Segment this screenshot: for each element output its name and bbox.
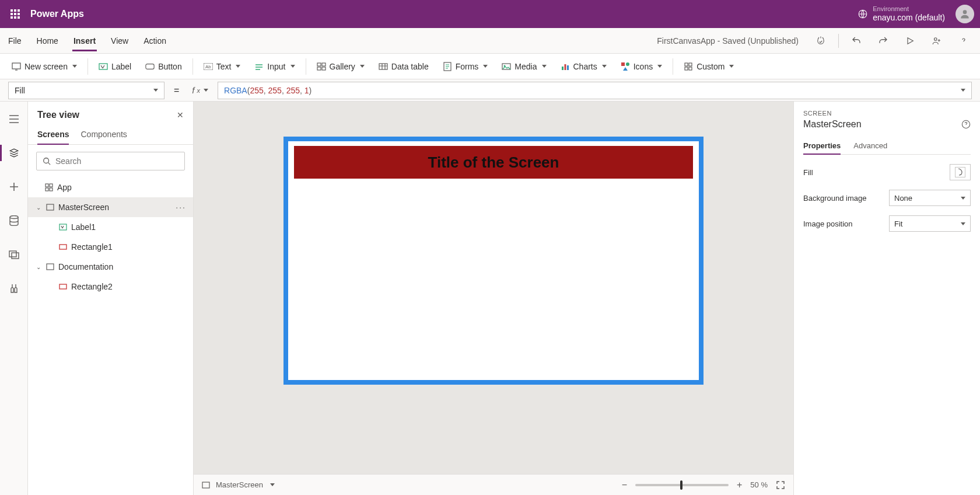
avatar[interactable] [956, 5, 974, 23]
formula-bar: Fill = fx RGBA(255, 255, 255, 1) [0, 79, 980, 102]
object-name: MasterScreen [803, 119, 862, 130]
zoom-slider[interactable] [635, 484, 729, 486]
zoom-in-icon[interactable]: + [737, 480, 742, 490]
property-selector[interactable]: Fill [8, 82, 164, 99]
data-table-button[interactable]: Data table [373, 58, 435, 75]
input-button[interactable]: Input [249, 58, 300, 75]
input-label: Input [267, 62, 285, 71]
tree-item-label1[interactable]: Label1 [28, 217, 193, 237]
svg-point-10 [963, 10, 967, 14]
separator [192, 58, 193, 75]
menu-file[interactable]: File [7, 30, 23, 51]
menu-insert[interactable]: Insert [72, 30, 97, 51]
document-title: FirstCanvasApp - Saved (Unpublished) [657, 36, 799, 46]
new-screen-button[interactable]: New screen [6, 58, 83, 75]
media-button[interactable]: Media [496, 58, 552, 75]
rail-tree-view-icon[interactable] [2, 141, 26, 165]
suite-header: Power Apps Environment enayu.com (defaul… [0, 0, 980, 28]
environment-label: Environment [873, 5, 945, 13]
media-label: Media [514, 62, 537, 71]
tree-view-title: Tree view [37, 110, 79, 120]
formula-input[interactable]: RGBA(255, 255, 255, 1) [218, 82, 972, 99]
svg-rect-26 [564, 64, 566, 70]
title-label[interactable]: Title of the Screen [428, 154, 559, 172]
forms-button[interactable]: Forms [437, 58, 494, 75]
waffle-icon[interactable] [6, 5, 24, 23]
status-screen-name[interactable]: MasterScreen [216, 480, 263, 489]
menu-action[interactable]: Action [142, 30, 167, 51]
environment-picker[interactable]: Environment enayu.com (default) [858, 5, 945, 23]
chevron-down-icon [290, 65, 295, 68]
svg-rect-28 [621, 62, 625, 66]
rail-data-icon[interactable] [2, 209, 26, 232]
fx-label[interactable]: fx [188, 85, 212, 95]
text-button[interactable]: Ab Text [198, 58, 247, 75]
tab-advanced[interactable]: Advanced [853, 138, 887, 154]
bg-image-value: None [894, 194, 912, 203]
tree-item-documentation[interactable]: ⌄ Documentation [28, 257, 193, 277]
charts-icon [561, 62, 570, 71]
fill-color-swatch[interactable] [950, 164, 971, 180]
gallery-button[interactable]: Gallery [311, 58, 370, 75]
rail-tools-icon[interactable] [2, 277, 26, 300]
chevron-down-icon[interactable] [270, 483, 275, 486]
bg-image-select[interactable]: None [889, 190, 971, 206]
separator [673, 58, 673, 75]
caret-icon[interactable]: ⌄ [35, 204, 42, 211]
search-box[interactable] [36, 152, 185, 170]
tab-components[interactable]: Components [80, 125, 127, 144]
tab-properties[interactable]: Properties [803, 138, 841, 155]
tree-item-rectangle2[interactable]: Rectangle2 [28, 277, 193, 297]
app-checker-icon[interactable] [811, 32, 830, 50]
chevron-down-icon [961, 197, 965, 200]
svg-rect-18 [322, 63, 326, 66]
caret-icon[interactable]: ⌄ [35, 264, 42, 270]
rail-media-icon[interactable] [2, 243, 26, 266]
rail-add-icon[interactable] [2, 175, 26, 198]
help-icon[interactable] [961, 120, 971, 129]
menu-view[interactable]: View [110, 30, 130, 51]
fit-to-window-icon[interactable] [776, 480, 785, 490]
redo-icon[interactable] [874, 32, 892, 50]
menu-home[interactable]: Home [36, 30, 60, 51]
left-rail [0, 102, 28, 495]
menu-bar: File Home Insert View Action FirstCanvas… [0, 28, 980, 54]
custom-icon [684, 62, 693, 71]
play-icon[interactable] [901, 32, 919, 50]
tree-item-label: Rectangle1 [71, 242, 113, 252]
icons-icon [621, 62, 630, 71]
gallery-icon [317, 62, 326, 71]
img-position-select[interactable]: Fit [889, 215, 971, 232]
tab-screens[interactable]: Screens [37, 125, 69, 145]
tree-item-rectangle1[interactable]: Rectangle1 [28, 237, 193, 257]
tree-item-label: App [57, 183, 72, 192]
help-icon[interactable] [954, 32, 973, 50]
close-icon[interactable]: ✕ [177, 110, 184, 120]
chevron-down-icon [360, 65, 365, 68]
share-icon[interactable] [928, 32, 946, 50]
svg-rect-14 [146, 64, 154, 69]
text-label: Text [216, 62, 232, 71]
charts-button[interactable]: Charts [555, 58, 612, 75]
svg-text:Ab: Ab [205, 64, 211, 69]
button-button[interactable]: Button [139, 58, 187, 75]
more-icon[interactable]: ··· [176, 203, 186, 212]
svg-rect-17 [317, 63, 321, 66]
rectangle-title-bar[interactable]: Title of the Screen [294, 146, 693, 179]
label-button[interactable]: Label [93, 58, 137, 75]
chevron-down-icon [72, 65, 77, 68]
undo-icon[interactable] [847, 32, 866, 50]
main-area: Tree view ✕ Screens Components App ⌄ Mas… [0, 102, 980, 495]
rail-hamburger-icon[interactable] [2, 107, 26, 131]
icons-button[interactable]: Icons [615, 58, 668, 75]
custom-button[interactable]: Custom [678, 58, 740, 75]
chevron-down-icon [204, 89, 208, 92]
screen-canvas[interactable]: Title of the Screen [284, 137, 704, 385]
forms-icon [443, 62, 452, 71]
tree-item-masterscreen[interactable]: ⌄ MasterScreen ··· [28, 197, 193, 217]
chevron-down-icon [542, 65, 547, 68]
search-input[interactable] [55, 156, 178, 166]
zoom-out-icon[interactable]: − [622, 480, 627, 490]
chevron-down-icon [657, 65, 662, 68]
tree-item-app[interactable]: App [28, 177, 193, 197]
